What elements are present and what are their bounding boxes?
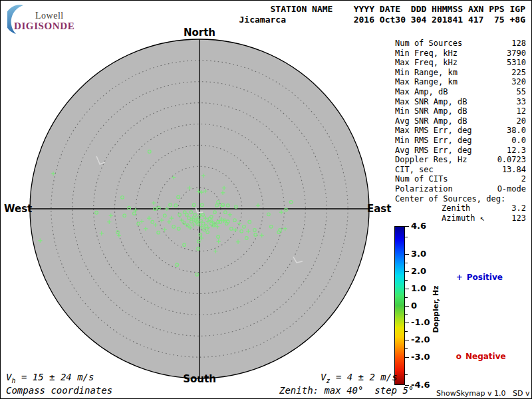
legend-positive-label: Positive (467, 273, 503, 282)
stat-row: Min RMS Err, deg0.0 (395, 136, 526, 146)
stat-row: PolarizationO-mode (395, 184, 526, 194)
stat-row: Min Freq, kHz3790 (395, 49, 526, 59)
colorbar-axis-label: Doppler, Hz (432, 285, 440, 332)
colorbar-minor-tick (405, 237, 408, 238)
zenith-range-note: Zenith: max 40° step 5° (279, 385, 414, 396)
stat-row: Max SNR Amp, dB33 (395, 97, 526, 107)
compass-label-west: West (4, 203, 32, 214)
colorbar-tick-label: -1.0 (411, 318, 430, 327)
stat-row: CIT, sec13.84 (395, 165, 526, 175)
colorbar-minor-tick (405, 263, 408, 264)
colorbar-minor-tick (405, 280, 408, 281)
compass-label-south: South (183, 374, 216, 384)
colorbar-tick-label: 1.0 (411, 284, 426, 293)
version-note: ShowSkymap v 1.0 SD v 4.2 (436, 389, 532, 398)
stat-row: Max Amp, dB55 (395, 87, 526, 97)
colorbar-minor-tick (405, 348, 408, 350)
colorbar-tick-label: 4.6 (411, 221, 426, 231)
colorbar-tick (405, 254, 409, 255)
circle-icon: o (456, 352, 462, 361)
stat-row: Min SNR Amp, dB12 (395, 106, 526, 116)
colorbar-tick (405, 289, 409, 290)
legend-negative-label: Negative (466, 352, 506, 361)
colorbar-tick (405, 323, 409, 324)
horizontal-velocity: Vh = 15 ± 24 m/s (6, 372, 94, 386)
stat-row: Min Range, km225 (395, 68, 526, 78)
compass-label-north: North (184, 27, 215, 38)
colorbar-minor-tick (405, 331, 408, 332)
colorbar-tick (405, 357, 409, 358)
stat-row: Max Range, km320 (395, 77, 526, 87)
colorbar-tick-label: 3.0 (411, 249, 426, 259)
vertical-velocity: Vz = 4 ± 2 m/s (321, 372, 398, 386)
colorbar-tick-label: -2.0 (411, 335, 430, 344)
legend-negative: oNegative (445, 342, 506, 370)
plus-icon: + (456, 273, 463, 282)
stat-row: Zenith3.2 (395, 203, 526, 213)
stat-row: Max RMS Err, deg38.0 (395, 126, 526, 136)
stat-row: Avg RMS Err, deg12.3 (395, 146, 526, 156)
compass-label-east: East (367, 203, 391, 214)
colorbar-tick-label: -3.0 (411, 352, 430, 362)
stat-row: Doppler Res, Hz0.0723 (395, 155, 526, 165)
stat-row: Num of CITs2 (395, 174, 526, 184)
stat-row: Center of Sources, deg: (395, 194, 526, 204)
showskymap-window: Lowell DIGISONDE STATION NAME YYYY DATE … (0, 0, 532, 399)
colorbar-tick (405, 271, 409, 273)
stat-row: Max Freq, kHz5310 (395, 58, 526, 68)
stats-panel: Num of Sources128Min Freq, kHz3790Max Fr… (395, 39, 526, 223)
colorbar-minor-tick (405, 297, 408, 299)
colorbar-tick (405, 306, 409, 307)
legend-positive: +Positive (445, 263, 503, 291)
colorbar-tick (405, 226, 409, 227)
colorbar-minor-tick (405, 314, 408, 315)
stat-row: Avg SNR Amp, dB20 (395, 116, 526, 126)
doppler-colorbar (394, 226, 405, 385)
coordinates-note: Compass coordinates (6, 385, 112, 396)
colorbar-minor-tick (405, 374, 408, 376)
stat-row: Num of Sources128 (395, 39, 526, 49)
colorbar-tick-label: 2.0 (411, 267, 426, 276)
colorbar-tick (405, 340, 409, 341)
colorbar-tick-label: 0 (411, 301, 417, 311)
